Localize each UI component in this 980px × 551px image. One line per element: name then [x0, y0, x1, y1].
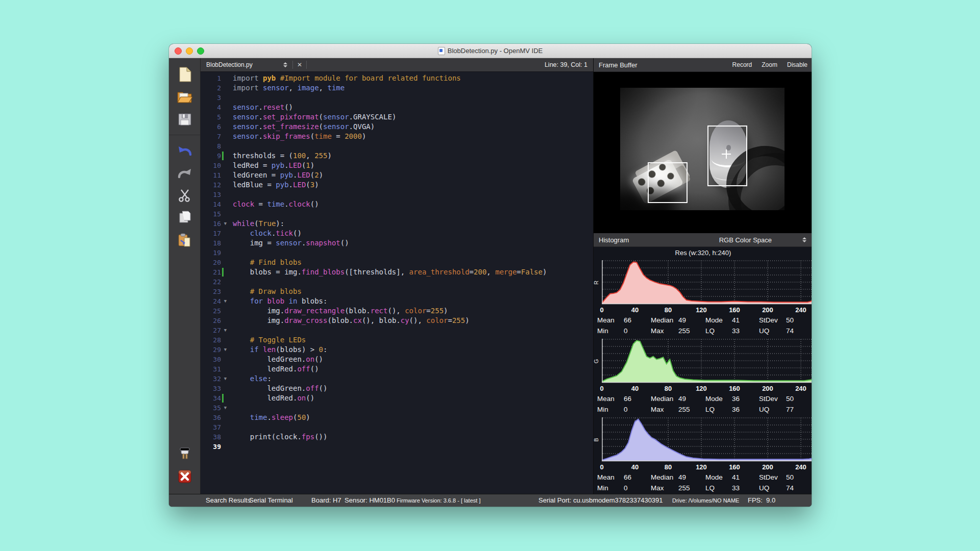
status-drive: Drive: /Volumes/NO NAME: [672, 494, 739, 507]
change-marker: [222, 268, 224, 277]
fold-marker-icon[interactable]: ▼: [224, 219, 227, 229]
code-text: blobs = img.find_blobs([thresholds], are…: [233, 267, 547, 277]
code-line: 28 # Toggle LEDs: [201, 335, 593, 345]
histogram-chart-g: G: [594, 338, 812, 385]
code-text: ledGreen = pyb.LED(2): [233, 170, 323, 180]
fold-marker-icon[interactable]: ▼: [224, 403, 227, 413]
stat-value: 33: [732, 484, 759, 492]
x-tick-label: 120: [695, 463, 708, 471]
gutter: 9: [201, 151, 233, 161]
stat-label: LQ: [705, 484, 732, 492]
channel-label: B: [593, 438, 599, 441]
status-tab-search-results[interactable]: Search Results: [206, 494, 251, 507]
code-line: 20 # Find blobs: [201, 258, 593, 267]
line-number: 15: [201, 209, 221, 219]
code-text: for blob in blobs:: [233, 296, 327, 306]
tabbar-separator: [292, 61, 293, 69]
line-number: 19: [201, 248, 221, 258]
connect-icon[interactable]: [175, 444, 195, 464]
colorspace-stepper-icon[interactable]: [800, 237, 808, 242]
gutter: 16▼: [201, 219, 233, 229]
save-file-icon[interactable]: [175, 109, 195, 130]
editor-tab-bar: BlobDetection.py ✕ Line: 39, Col: 1: [201, 58, 593, 72]
histogram-chart-r: R: [594, 259, 812, 306]
status-sensor: Sensor: HM01B0: [345, 494, 395, 507]
frame-buffer-title: Frame Buffer: [594, 61, 638, 69]
gutter: 36: [201, 413, 233, 422]
code-text: clock.tick(): [233, 229, 302, 238]
new-file-icon[interactable]: [175, 64, 195, 85]
openmv-ide-window: BlobDetection.py - OpenMV IDE BlobDetect…: [169, 44, 812, 507]
undo-icon[interactable]: [175, 140, 195, 161]
stat-value: 50: [786, 395, 812, 403]
x-tick-label: 0: [595, 385, 608, 392]
colorspace-dropdown[interactable]: RGB Color Space: [719, 236, 772, 244]
status-fps: FPS: 9.0: [748, 494, 775, 507]
stat-label: StDev: [759, 316, 786, 324]
copy-icon[interactable]: [175, 208, 195, 228]
disable-button[interactable]: Disable: [787, 61, 807, 68]
gutter: 34: [201, 393, 233, 403]
line-number: 1: [201, 73, 221, 83]
cut-icon[interactable]: [175, 185, 195, 206]
zoom-button[interactable]: Zoom: [762, 61, 777, 68]
code-line: 4sensor.reset(): [201, 103, 593, 112]
channel-label: G: [593, 359, 599, 364]
stat-label: UQ: [759, 406, 786, 413]
tab-blobdetection[interactable]: BlobDetection.py: [201, 61, 281, 68]
fold-marker-icon[interactable]: ▼: [224, 325, 227, 335]
record-button[interactable]: Record: [732, 61, 752, 68]
x-axis-ticks: 04080120160200240: [594, 385, 812, 393]
minimize-window-button[interactable]: [186, 47, 193, 55]
code-editor[interactable]: 1import pyb #Import module for board rel…: [201, 72, 593, 494]
line-number: 28: [201, 335, 221, 345]
redo-icon[interactable]: [175, 163, 195, 183]
gutter: 7: [201, 132, 233, 141]
stat-value: 41: [732, 473, 759, 481]
tab-stepper-icon[interactable]: [281, 62, 289, 67]
code-line: 5sensor.set_pixformat(sensor.GRAYSCALE): [201, 112, 593, 122]
vignette-overlay: [620, 88, 785, 210]
zoom-window-button[interactable]: [197, 47, 204, 55]
stat-value: 77: [786, 406, 812, 413]
close-window-button[interactable]: [175, 47, 182, 55]
code-text: while(True):: [233, 219, 284, 229]
code-text: ledGreen.on(): [233, 355, 323, 364]
code-text: sensor.set_pixformat(sensor.GRAYSCALE): [233, 112, 396, 122]
code-text: import sensor, image, time: [233, 83, 345, 93]
open-file-icon[interactable]: [175, 87, 195, 107]
histogram-block-g: G04080120160200240Mean66Median49Mode36St…: [594, 337, 812, 415]
stat-value: 33: [732, 327, 759, 335]
camera-frame: [620, 88, 785, 210]
x-tick-label: 240: [794, 306, 807, 314]
code-text: else:: [233, 374, 272, 384]
fold-marker-icon[interactable]: ▼: [224, 345, 227, 355]
stat-label: Median: [651, 316, 678, 324]
stat-value: 66: [624, 473, 651, 481]
gutter: 12: [201, 180, 233, 190]
fold-marker-icon[interactable]: ▼: [224, 374, 227, 384]
line-number: 3: [201, 93, 221, 103]
frame-buffer-view[interactable]: [594, 72, 812, 233]
left-toolbar: [169, 58, 201, 494]
stat-value: 66: [624, 395, 651, 403]
paste-icon[interactable]: [175, 230, 195, 251]
status-tab-serial-terminal[interactable]: Serial Terminal: [249, 494, 293, 507]
line-number: 16: [201, 219, 221, 229]
x-tick-label: 80: [662, 463, 675, 471]
stop-icon[interactable]: [175, 466, 195, 487]
fold-marker-icon[interactable]: ▼: [224, 296, 227, 306]
gutter: 28: [201, 335, 233, 345]
stat-label: LQ: [705, 327, 732, 335]
stat-label: LQ: [705, 406, 732, 413]
stat-label: Min: [597, 406, 624, 413]
stat-label: Min: [597, 484, 624, 492]
line-number: 32: [201, 374, 221, 384]
code-line: 30 ledGreen.on(): [201, 355, 593, 364]
gutter: 1: [201, 73, 233, 83]
line-number: 22: [201, 277, 221, 287]
tab-close-icon[interactable]: ✕: [296, 62, 303, 68]
x-tick-label: 120: [695, 385, 708, 392]
title-bar[interactable]: BlobDetection.py - OpenMV IDE: [169, 44, 812, 58]
histogram-header: Histogram RGB Color Space: [594, 233, 812, 247]
